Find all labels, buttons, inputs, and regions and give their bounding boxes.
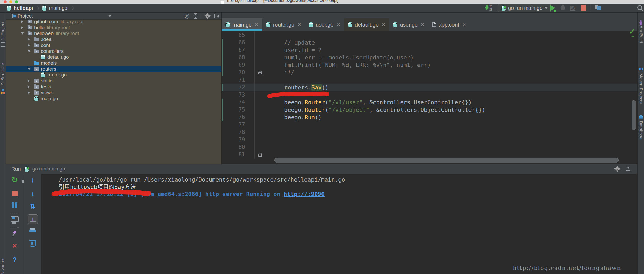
tree-item-controllers[interactable]: controllers xyxy=(6,48,221,54)
tree-expand-arrow[interactable] xyxy=(21,20,28,23)
code-line-81[interactable]: 81 xyxy=(222,151,637,158)
code-line-67[interactable]: 67user.Id = 2 xyxy=(222,46,637,54)
breadcrumb-file[interactable]: main.go xyxy=(49,5,67,11)
minimize-window-button[interactable] xyxy=(9,0,12,3)
run-settings-button[interactable] xyxy=(615,166,620,172)
tree-item-helloweb[interactable]: helloweblibrary root xyxy=(6,30,221,36)
console-output[interactable]: /usr/local/go/bin/go run /Users/xiaolong… xyxy=(59,176,345,198)
print-button[interactable] xyxy=(24,228,41,233)
hide-panel-icon[interactable] xyxy=(214,14,219,18)
horizontal-scrollbar[interactable] xyxy=(274,158,619,163)
sidebar-item-project[interactable]: 1: Project xyxy=(0,22,6,47)
rerun-button[interactable]: ↻ xyxy=(6,177,24,183)
tab-main.go[interactable]: main.go× xyxy=(222,18,262,31)
tab-close-icon[interactable]: × xyxy=(337,22,340,27)
vertical-scrollbar[interactable] xyxy=(632,100,636,130)
tab-default.go[interactable]: default.go× xyxy=(344,18,389,31)
scroll-to-end-button[interactable] xyxy=(24,214,41,224)
next-message-button[interactable]: ↓ xyxy=(24,191,41,197)
stop-button[interactable] xyxy=(581,5,586,11)
tree-item-github.com[interactable]: github.comlibrary root xyxy=(6,20,221,24)
tree-item-hello[interactable]: hellolibrary root xyxy=(6,24,221,30)
code-line-77[interactable]: 77 xyxy=(222,121,637,129)
collapse-all-icon[interactable] xyxy=(193,13,197,19)
code-line-73[interactable]: 73 xyxy=(222,91,637,99)
tree-item-.idea[interactable]: .idea xyxy=(6,36,221,42)
tab-close-icon[interactable]: × xyxy=(462,22,466,27)
tab-close-icon[interactable]: × xyxy=(255,22,258,27)
tab-close-icon[interactable]: × xyxy=(421,22,424,27)
sidebar-item-database[interactable]: Database xyxy=(638,115,644,140)
code-line-65[interactable]: 65 xyxy=(222,31,637,39)
tree-expand-arrow[interactable] xyxy=(28,44,34,47)
tool-windows-icon[interactable] xyxy=(595,5,600,11)
project-view-combo[interactable]: Project xyxy=(12,12,33,19)
code-line-66[interactable]: 66// update xyxy=(222,39,637,46)
code-line-71[interactable]: 71 xyxy=(222,76,637,84)
tree-item-models[interactable]: models xyxy=(6,60,221,66)
tree-expand-arrow[interactable] xyxy=(21,31,28,36)
tree-expand-arrow[interactable] xyxy=(28,91,34,94)
zoom-window-button[interactable] xyxy=(15,0,18,3)
vcs-update-button[interactable]: 01 10 01 xyxy=(485,4,492,12)
fold-marker-icon[interactable] xyxy=(258,153,262,157)
code-line-72[interactable]: 72routers.Say() xyxy=(222,84,637,91)
code-editor[interactable]: 6566// update67user.Id = 268num1, err :=… xyxy=(222,31,637,158)
sidebar-item-maven[interactable]: m Maven Projects xyxy=(638,65,644,104)
coverage-button[interactable] xyxy=(570,4,576,11)
code-line-76[interactable]: 76beego.Run() xyxy=(222,114,637,121)
search-everywhere-icon[interactable] xyxy=(637,5,642,10)
code-line-70[interactable]: 70**/ xyxy=(222,69,637,76)
close-panel-button[interactable]: × xyxy=(6,243,24,249)
tree-expand-arrow[interactable] xyxy=(28,66,34,72)
code-line-80[interactable]: 80 xyxy=(222,143,637,151)
code-line-78[interactable]: 78 xyxy=(222,129,637,136)
pause-output-button[interactable] xyxy=(6,202,24,208)
sidebar-item-structure[interactable]: Z: Structure xyxy=(0,63,6,93)
tab-user.go[interactable]: user.go× xyxy=(305,18,344,31)
show-console-button[interactable] xyxy=(6,216,24,222)
clear-all-button[interactable] xyxy=(24,240,41,247)
pin-tab-button[interactable] xyxy=(6,231,24,237)
close-window-button[interactable] xyxy=(4,0,7,3)
inspections-ok-icon[interactable]: ✓~ xyxy=(629,28,636,38)
tree-item-static[interactable]: static xyxy=(6,78,221,84)
code-line-79[interactable]: 79 xyxy=(222,136,637,143)
chevron-down-icon[interactable] xyxy=(108,15,111,19)
breadcrumb-project[interactable]: helloapi xyxy=(14,5,33,11)
code-line-68[interactable]: 68num1, err := models.UserUpdate(o,user) xyxy=(222,54,637,61)
tree-item-default.go[interactable]: default.go xyxy=(6,54,221,60)
locate-file-icon[interactable] xyxy=(185,13,190,19)
code-line-75[interactable]: 75beego.Router("/v1/object", &controller… xyxy=(222,106,637,114)
tree-expand-arrow[interactable] xyxy=(28,79,34,82)
tree-expand-arrow[interactable] xyxy=(21,26,28,29)
tree-item-views[interactable]: views xyxy=(6,90,221,96)
code-line-69[interactable]: 69fmt.Printf("NUM: %d, ERR: %v\n", num1,… xyxy=(222,61,637,69)
sidebar-item-ant-build[interactable]: Ant Build xyxy=(638,22,644,43)
prev-message-button[interactable]: ↑ xyxy=(24,177,41,183)
tree-item-router.go[interactable]: router.go xyxy=(6,72,221,78)
soft-wrap-button[interactable]: ⇅ xyxy=(24,203,41,210)
tab-close-icon[interactable]: × xyxy=(382,22,385,27)
tab-close-icon[interactable]: × xyxy=(298,22,301,27)
help-button[interactable]: ? xyxy=(6,256,24,263)
fold-marker-icon[interactable] xyxy=(258,71,262,74)
run-configuration-select[interactable]: go run main.go xyxy=(498,4,551,12)
tree-expand-arrow[interactable] xyxy=(28,85,34,88)
project-settings-button[interactable] xyxy=(205,13,211,19)
tab-router.go[interactable]: router.go× xyxy=(262,18,305,31)
tree-expand-arrow[interactable] xyxy=(28,48,34,54)
stop-process-button[interactable] xyxy=(6,191,24,196)
hide-panel-icon[interactable] xyxy=(626,167,631,171)
code-line-74[interactable]: 74beego.Router("/v1/user", &controllers.… xyxy=(222,99,637,106)
tree-expand-arrow[interactable] xyxy=(28,38,34,41)
tree-item-tests[interactable]: tests xyxy=(6,84,221,90)
tab-app.conf[interactable]: app.conf× xyxy=(428,18,470,31)
debug-button[interactable] xyxy=(561,6,565,10)
sidebar-item-favorites[interactable]: 2: Favorites xyxy=(0,258,6,274)
tab-user.go[interactable]: user.go× xyxy=(389,18,428,31)
server-url-link[interactable]: http://:9090 xyxy=(284,191,325,197)
tree-item-main.go[interactable]: main.go xyxy=(6,96,221,101)
tree-item-routers[interactable]: routers xyxy=(6,66,221,72)
tree-item-conf[interactable]: conf xyxy=(6,42,221,48)
